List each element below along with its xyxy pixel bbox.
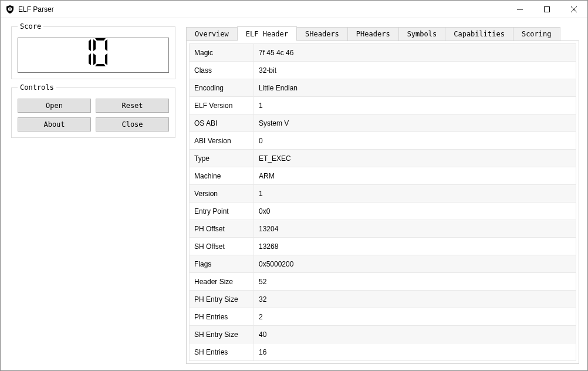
titlebar: ELF Parser [1, 1, 587, 18]
header-value: 1 [254, 97, 576, 114]
maximize-button[interactable] [533, 1, 560, 18]
tab-sheaders[interactable]: SHeaders [296, 27, 348, 41]
elf-header-table: Magic7f 45 4c 46Class32-bitEncodingLittl… [189, 43, 576, 361]
table-row[interactable]: Entry Point0x0 [190, 203, 576, 220]
header-value: 52 [254, 273, 576, 291]
table-row[interactable]: PH Entry Size32 [190, 291, 576, 308]
table-row[interactable]: EncodingLittle Endian [190, 79, 576, 97]
table-row[interactable]: ABI Version0 [190, 132, 576, 150]
header-key: PH Offset [190, 220, 254, 238]
close-button[interactable]: Close [96, 117, 169, 131]
header-key: PH Entries [190, 308, 254, 326]
svg-rect-4 [545, 6, 550, 12]
header-value: 1 [254, 185, 576, 203]
header-value: 32-bit [254, 62, 576, 79]
header-value: Little Endian [254, 79, 576, 97]
header-value: 0x0 [254, 203, 576, 220]
table-row[interactable]: Flags0x5000200 [190, 255, 576, 273]
tab-panel: Magic7f 45 4c 46Class32-bitEncodingLittl… [186, 41, 579, 364]
header-key: Flags [190, 255, 254, 273]
table-row[interactable]: SH Entries16 [190, 343, 576, 361]
header-key: ABI Version [190, 132, 254, 150]
header-key: Magic [190, 44, 254, 62]
header-key: Version [190, 185, 254, 203]
score-legend: Score [18, 22, 43, 31]
score-groupbox: Score [11, 26, 175, 79]
header-key: OS ABI [190, 114, 254, 132]
header-value: ET_EXEC [254, 150, 576, 167]
reset-button[interactable]: Reset [96, 99, 169, 113]
table-row[interactable]: Version1 [190, 185, 576, 203]
elf-header-scroll[interactable]: Magic7f 45 4c 46Class32-bitEncodingLittl… [189, 43, 576, 361]
header-key: SH Entries [190, 343, 254, 361]
table-row[interactable]: SH Offset13268 [190, 238, 576, 255]
svg-rect-1 [9, 8, 10, 9]
minimize-button[interactable] [506, 1, 533, 18]
header-key: ELF Version [190, 97, 254, 114]
table-row[interactable]: PH Offset13204 [190, 220, 576, 238]
header-key: SH Offset [190, 238, 254, 255]
header-key: SH Entry Size [190, 326, 254, 343]
header-value: 16 [254, 343, 576, 361]
header-value: 32 [254, 291, 576, 308]
header-value: 2 [254, 308, 576, 326]
controls-legend: Controls [18, 83, 56, 92]
tab-bar: OverviewELF HeaderSHeadersPHeadersSymbol… [186, 26, 579, 41]
table-row[interactable]: Magic7f 45 4c 46 [190, 44, 576, 62]
content-area: Score Controls Open Reset About Close Ov… [1, 18, 587, 371]
tab-overview[interactable]: Overview [186, 27, 238, 41]
header-value: 0 [254, 132, 576, 150]
table-row[interactable]: PH Entries2 [190, 308, 576, 326]
table-row[interactable]: TypeET_EXEC [190, 150, 576, 167]
tab-capabilities[interactable]: Capabilities [445, 27, 513, 41]
svg-rect-2 [9, 9, 10, 10]
header-key: Entry Point [190, 203, 254, 220]
tab-pheaders[interactable]: PHeaders [347, 27, 399, 41]
table-row[interactable]: SH Entry Size40 [190, 326, 576, 343]
table-row[interactable]: Class32-bit [190, 62, 576, 79]
left-column: Score Controls Open Reset About Close [11, 26, 175, 364]
score-display [18, 38, 169, 73]
table-row[interactable]: Header Size52 [190, 273, 576, 291]
close-window-button[interactable] [560, 1, 587, 18]
table-row[interactable]: MachineARM [190, 167, 576, 185]
table-row[interactable]: OS ABISystem V [190, 114, 576, 132]
header-value: 13204 [254, 220, 576, 238]
header-key: Type [190, 150, 254, 167]
header-value: ARM [254, 167, 576, 185]
header-value: 40 [254, 326, 576, 343]
header-value: 7f 45 4c 46 [254, 44, 576, 62]
about-button[interactable]: About [18, 117, 91, 131]
score-value [76, 38, 111, 72]
shield-icon [5, 5, 15, 14]
controls-grid: Open Reset About Close [18, 99, 169, 131]
header-key: Class [190, 62, 254, 79]
header-key: Encoding [190, 79, 254, 97]
header-key: PH Entry Size [190, 291, 254, 308]
open-button[interactable]: Open [18, 99, 91, 113]
controls-groupbox: Controls Open Reset About Close [11, 87, 175, 138]
tab-symbols[interactable]: Symbols [398, 27, 446, 41]
header-value: 0x5000200 [254, 255, 576, 273]
table-row[interactable]: ELF Version1 [190, 97, 576, 114]
tab-elf-header[interactable]: ELF Header [237, 26, 297, 41]
header-value: 13268 [254, 238, 576, 255]
header-value: System V [254, 114, 576, 132]
right-column: OverviewELF HeaderSHeadersPHeadersSymbol… [186, 26, 579, 364]
header-key: Header Size [190, 273, 254, 291]
main-window: ELF Parser Score Controls [0, 0, 588, 371]
header-key: Machine [190, 167, 254, 185]
window-title: ELF Parser [18, 5, 54, 14]
tab-scoring[interactable]: Scoring [513, 27, 560, 41]
